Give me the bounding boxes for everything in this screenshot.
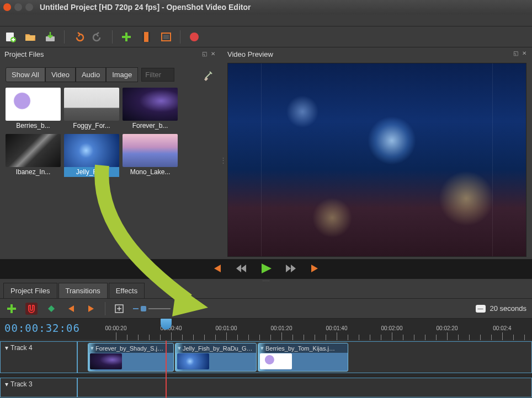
project-files-panel: Show All Video Audio Image Berries_b...F… — [0, 61, 221, 259]
tracks-container: ▾Track 4 ▾Forever_by_Shady_S.j… ▾Jelly_F… — [0, 341, 532, 398]
window-minimize-button[interactable] — [14, 3, 22, 11]
timeline-area: 00:00:32:06 00:00:2000:00:4000:01:0000:0… — [0, 319, 532, 398]
new-project-icon[interactable] — [4, 31, 17, 43]
audio-tab[interactable]: Audio — [76, 67, 106, 82]
panel-float-icon[interactable]: ◱ — [513, 50, 520, 57]
track-header[interactable]: ▾Track 3 — [0, 378, 77, 397]
panel-close-icon[interactable]: ✕ — [211, 51, 217, 57]
track-label: Track 4 — [10, 344, 33, 352]
center-playhead-icon[interactable] — [113, 303, 125, 315]
clip-title: ▾Jelly_Fish_by_RaDu_G… — [175, 343, 256, 353]
ruler-tick-label: 00:01:40 — [326, 325, 348, 331]
image-tab[interactable]: Image — [106, 67, 138, 82]
thumbnail-label: Ibanez_In... — [6, 167, 61, 177]
transitions-tab[interactable]: Transitions — [58, 283, 108, 298]
thumbnail-image — [64, 134, 119, 167]
thumbnail-image — [123, 88, 178, 121]
next-marker-icon[interactable] — [85, 303, 97, 315]
profile-icon[interactable] — [140, 31, 152, 43]
thumbnail-label: Mono_Lake... — [123, 167, 178, 177]
timeline-clip[interactable]: ▾Berries_by_Tom_Kijas.j… — [258, 343, 348, 372]
timeline-clip[interactable]: ▾Jelly_Fish_by_RaDu_G… — [175, 343, 257, 372]
prev-marker-icon[interactable] — [65, 303, 77, 315]
add-track-icon[interactable] — [6, 303, 18, 315]
snap-icon[interactable] — [25, 303, 38, 315]
track-body[interactable]: ▾Forever_by_Shady_S.j… ▾Jelly_Fish_by_Ra… — [77, 341, 532, 373]
import-files-icon[interactable] — [120, 31, 132, 43]
timeline-clip[interactable]: ▾Forever_by_Shady_S.j… — [88, 343, 174, 372]
menubar[interactable] — [0, 14, 532, 26]
main-panels-row: Show All Video Audio Image Berries_b...F… — [0, 61, 532, 259]
window-close-button[interactable] — [3, 3, 11, 11]
svg-rect-7 — [163, 35, 169, 39]
svg-rect-4 — [142, 32, 144, 42]
zoom-slider[interactable] — [133, 306, 171, 311]
jump-start-icon[interactable] — [211, 263, 223, 275]
effects-tab[interactable]: Effects — [109, 283, 145, 298]
project-files-panel-title: Project Files — [4, 50, 44, 58]
preview-canvas[interactable] — [227, 63, 526, 257]
thumbnail-image — [64, 88, 119, 121]
main-toolbar — [0, 26, 532, 47]
preview-safe-area — [261, 63, 493, 256]
ruler-tick-label: 00:02:4 — [493, 325, 511, 331]
fast-forward-icon[interactable] — [285, 263, 297, 275]
timeline-ruler[interactable]: 00:00:32:06 00:00:2000:00:4000:01:0000:0… — [0, 319, 532, 341]
thumbnail-image — [123, 134, 178, 167]
open-project-icon[interactable] — [24, 31, 36, 43]
track-header[interactable]: ▾Track 4 — [0, 341, 77, 373]
bottom-panel-tabs: Project Files Transitions Effects — [0, 282, 532, 299]
ruler-tick-label: 00:02:20 — [437, 325, 458, 331]
thumbnail-label: Foggy_For... — [64, 121, 119, 131]
media-thumbnail[interactable]: Mono_Lake... — [123, 134, 178, 177]
show-all-tab[interactable]: Show All — [6, 67, 45, 82]
project-files-tab[interactable]: Project Files — [3, 283, 57, 298]
filter-input[interactable] — [141, 68, 174, 82]
thumbnail-label: Forever_b... — [123, 121, 178, 131]
zoom-indicator-icon: — — [476, 305, 486, 313]
clear-filter-icon[interactable] — [202, 68, 215, 82]
zoom-label: 20 seconds — [490, 304, 527, 313]
thumbnail-label: Berries_b... — [6, 121, 61, 131]
window-title: Untitled Project [HD 720p 24 fps] - Open… — [40, 3, 251, 12]
ruler-tick-label: 00:02:00 — [381, 325, 403, 331]
thumbnail-label: Jelly_Fis... — [64, 167, 119, 177]
clip-thumbnail — [260, 353, 292, 369]
rewind-icon[interactable] — [235, 263, 247, 275]
clip-thumbnail — [90, 353, 122, 369]
track-body[interactable] — [77, 378, 532, 397]
redo-icon[interactable] — [92, 31, 104, 43]
add-marker-icon[interactable] — [45, 303, 57, 315]
track-3: ▾Track 3 — [0, 377, 532, 398]
clip-title: ▾Berries_by_Tom_Kijas.j… — [258, 343, 348, 353]
track-label: Track 3 — [10, 380, 33, 388]
jump-end-icon[interactable] — [309, 263, 321, 275]
timeline-toolbar: — 20 seconds — [0, 299, 532, 319]
ruler-tick-label: 00:00:40 — [161, 325, 182, 331]
media-thumbnail[interactable]: Jelly_Fis... — [64, 134, 119, 177]
video-tab[interactable]: Video — [45, 67, 76, 82]
panel-close-icon[interactable]: ✕ — [522, 50, 529, 57]
panel-header-row: Project Files ◱✕ Video Preview ◱✕ — [0, 47, 532, 61]
media-thumbnail[interactable]: Forever_b... — [123, 88, 178, 131]
panel-splitter-vertical[interactable]: ⋮ — [221, 61, 225, 259]
media-thumbnail[interactable]: Berries_b... — [6, 88, 61, 131]
project-files-filter-tabs: Show All Video Audio Image — [6, 67, 215, 82]
ruler-tick-label: 00:01:00 — [216, 325, 237, 331]
media-thumbnails-grid: Berries_b...Foggy_For...Forever_b...Iban… — [6, 88, 215, 177]
window-titlebar: Untitled Project [HD 720p 24 fps] - Open… — [0, 0, 532, 14]
ruler-tick-label: 00:00:20 — [105, 325, 127, 331]
undo-icon[interactable] — [72, 31, 84, 43]
ruler-tick-label: 00:01:20 — [271, 325, 292, 331]
media-thumbnail[interactable]: Ibanez_In... — [6, 134, 61, 177]
playhead-timecode: 00:00:32:06 — [4, 322, 80, 334]
svg-rect-5 — [148, 32, 150, 42]
media-thumbnail[interactable]: Foggy_For... — [64, 88, 119, 131]
fullscreen-icon[interactable] — [160, 31, 172, 43]
window-maximize-button[interactable] — [25, 3, 33, 11]
clip-title: ▾Forever_by_Shady_S.j… — [88, 343, 173, 353]
play-icon[interactable] — [259, 262, 273, 276]
save-project-icon[interactable] — [44, 31, 56, 43]
panel-float-icon[interactable]: ◱ — [202, 51, 209, 57]
export-icon[interactable] — [188, 31, 200, 43]
